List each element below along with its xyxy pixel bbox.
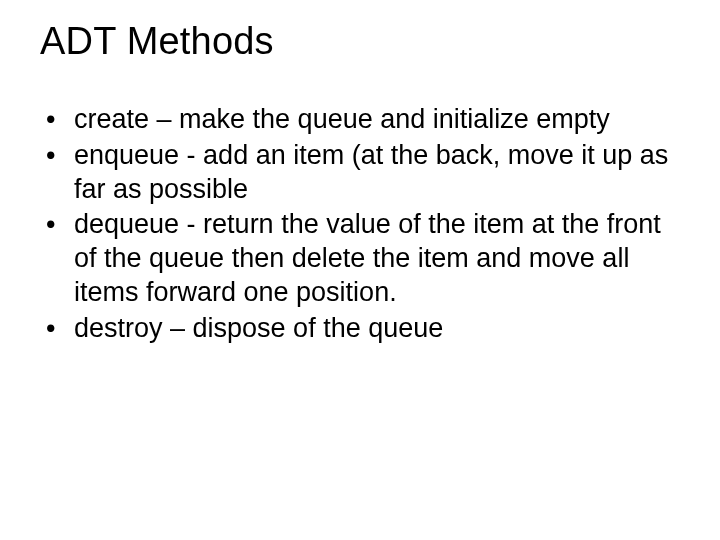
list-item: enqueue - add an item (at the back, move… [40,139,680,207]
slide-title: ADT Methods [40,20,680,63]
list-item: create – make the queue and initialize e… [40,103,680,137]
list-item: dequeue - return the value of the item a… [40,208,680,309]
slide: ADT Methods create – make the queue and … [0,0,720,540]
bullet-list: create – make the queue and initialize e… [40,103,680,345]
list-item: destroy – dispose of the queue [40,312,680,346]
